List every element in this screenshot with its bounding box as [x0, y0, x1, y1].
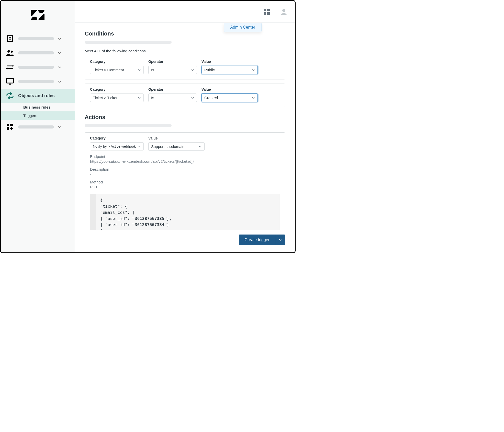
select-value: Support subdomain [151, 144, 184, 149]
subnav-item-triggers[interactable]: Triggers [1, 111, 75, 120]
nav-item-3[interactable] [1, 60, 75, 74]
footer: Create trigger [75, 230, 295, 252]
nav-label-placeholder [18, 51, 54, 54]
subnav-header: Business rules [1, 103, 75, 111]
sidebar: Objects and rules Business rules Trigger… [1, 1, 75, 252]
admin-center-link[interactable]: Admin Center [224, 23, 262, 32]
label-value: Value [148, 136, 205, 140]
svg-marker-15 [6, 67, 7, 69]
select-operator-2[interactable]: Is [148, 94, 197, 102]
chevron-down-icon [58, 79, 62, 84]
chevron-down-icon [58, 65, 62, 69]
select-action-category[interactable]: Notify by > Active webhook [90, 142, 144, 150]
svg-point-10 [7, 50, 10, 53]
select-value-1[interactable]: Public [201, 66, 258, 74]
svg-rect-19 [10, 124, 13, 126]
nav-item-4[interactable] [1, 74, 75, 89]
nav-item-6[interactable] [1, 120, 75, 134]
endpoint-value: https://yoursubdomain.zendesk.com/api/v2… [90, 159, 280, 164]
select-category-2[interactable]: Ticket > Ticket [90, 94, 144, 102]
chevron-down-icon [191, 68, 194, 72]
svg-rect-23 [264, 9, 266, 11]
section-placeholder [85, 41, 172, 44]
chevron-down-icon [191, 96, 194, 99]
label-category: Category [90, 136, 144, 140]
meet-all-label: Meet ALL of the following conditions [85, 49, 285, 53]
nav-item-1[interactable] [1, 31, 75, 46]
endpoint-label: Endpoint [90, 154, 280, 159]
chevron-down-icon [58, 51, 62, 55]
nav-label-placeholder [18, 37, 54, 40]
label-value: Value [201, 60, 258, 64]
apps-add-icon [5, 122, 15, 132]
label-category: Category [90, 87, 144, 91]
create-trigger-button[interactable]: Create trigger [239, 235, 275, 245]
monitor-icon [5, 77, 15, 86]
main: Admin Center Conditions Meet ALL of the … [75, 1, 295, 252]
building-icon [5, 34, 15, 43]
logo-area [1, 1, 75, 29]
method-label: Method [90, 180, 280, 184]
svg-rect-18 [7, 124, 9, 126]
app-frame: Objects and rules Business rules Trigger… [0, 0, 296, 253]
chevron-down-icon [138, 68, 141, 72]
svg-point-27 [282, 9, 285, 12]
select-value: Ticket > Comment [93, 68, 124, 72]
select-category-1[interactable]: Ticket > Comment [90, 66, 144, 74]
arrows-icon [5, 63, 15, 72]
select-value: Is [151, 68, 154, 72]
chevron-down-icon [252, 68, 255, 72]
description-label: Description [90, 167, 280, 171]
label-category: Category [90, 60, 144, 64]
chevron-down-icon [278, 238, 282, 242]
label-operator: Operator [148, 87, 197, 91]
chevron-down-icon [58, 37, 62, 41]
select-value: Public [204, 68, 215, 72]
topbar [75, 1, 295, 23]
label-value: Value [201, 87, 258, 91]
create-trigger-group: Create trigger [239, 235, 285, 245]
chevron-down-icon [252, 96, 255, 99]
svg-rect-24 [267, 9, 270, 11]
chevron-down-icon [138, 96, 141, 99]
actions-title: Actions [85, 114, 285, 121]
select-value: Ticket > Ticket [93, 96, 117, 100]
nav-label-placeholder [18, 80, 54, 83]
select-action-value[interactable]: Support subdomain [148, 142, 205, 151]
subnav: Business rules Triggers [1, 103, 75, 120]
svg-rect-5 [7, 36, 13, 42]
condition-card-2: Category Ticket > Ticket Operator Is [85, 84, 285, 107]
select-value: Created [204, 96, 218, 100]
select-value: Is [151, 96, 154, 100]
chevron-down-icon [58, 125, 62, 129]
people-icon [5, 48, 15, 57]
json-body: { "ticket": { "email_ccs": [ { "user_id"… [90, 194, 280, 230]
svg-rect-25 [264, 12, 266, 15]
svg-rect-26 [267, 12, 270, 15]
nav-label: Objects and rules [18, 93, 70, 98]
user-avatar-icon[interactable] [280, 8, 288, 16]
chevron-down-icon [199, 145, 202, 148]
label-operator: Operator [148, 60, 197, 64]
action-card: Category Notify by > Active webhook Valu… [85, 132, 285, 230]
flow-icon [5, 91, 15, 100]
zendesk-logo-icon [31, 10, 44, 20]
create-trigger-dropdown[interactable] [275, 235, 285, 245]
svg-rect-8 [9, 39, 10, 40]
nav-item-2[interactable] [1, 46, 75, 60]
description-value: - [90, 172, 280, 176]
select-value-2[interactable]: Created [201, 94, 258, 102]
svg-rect-16 [6, 78, 14, 83]
nav-label-placeholder [18, 66, 54, 69]
chevron-down-icon [138, 145, 141, 148]
svg-rect-9 [10, 39, 11, 40]
svg-marker-3 [31, 10, 37, 16]
section-placeholder [85, 124, 172, 127]
apps-grid-icon[interactable] [263, 8, 271, 16]
svg-rect-20 [7, 127, 9, 130]
svg-rect-7 [10, 37, 11, 38]
svg-rect-6 [9, 37, 10, 38]
nav-item-objects-and-rules[interactable]: Objects and rules [1, 89, 75, 103]
condition-card-1: Category Ticket > Comment Operator Is [85, 56, 285, 79]
select-operator-1[interactable]: Is [148, 66, 197, 74]
